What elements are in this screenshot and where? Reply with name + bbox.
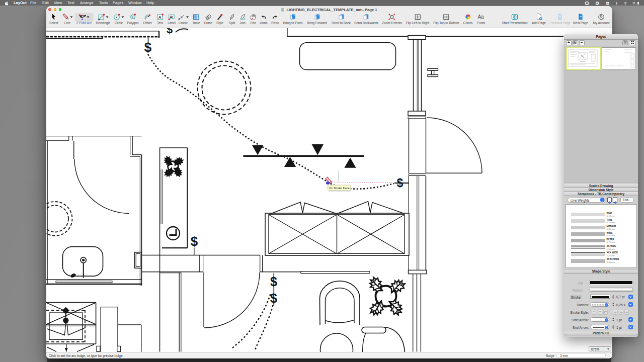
svg-text:$: $ [167, 28, 173, 36]
svg-text:Aa: Aa [478, 14, 485, 20]
svg-text:A: A [158, 15, 162, 20]
svg-text:A: A [170, 15, 172, 19]
svg-text:$: $ [144, 40, 152, 55]
svg-text:$: $ [191, 234, 198, 249]
svg-text:$: $ [270, 275, 277, 289]
svg-text:08: 08 [606, 3, 608, 5]
svg-text:On Model Face: On Model Face [329, 187, 350, 190]
svg-text:$: $ [270, 291, 277, 305]
svg-text:$: $ [397, 176, 404, 190]
